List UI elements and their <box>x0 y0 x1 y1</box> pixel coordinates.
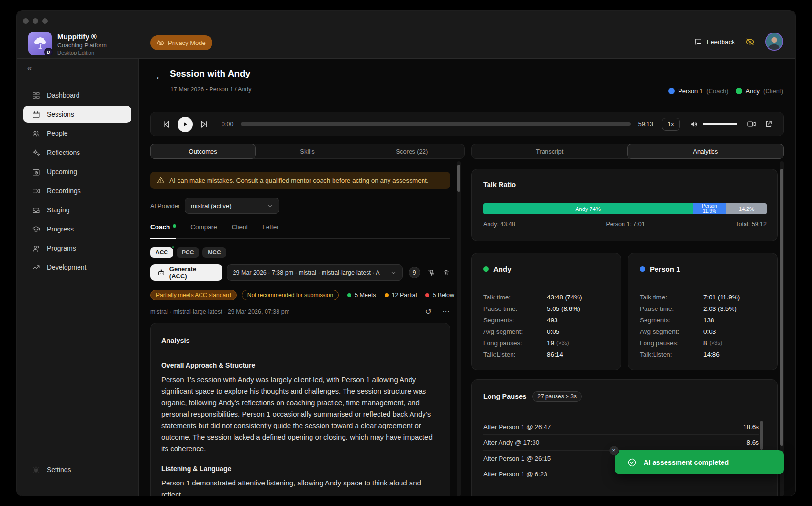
level-chips: ACC PCC MCC <box>150 247 226 258</box>
feedback-label: Feedback <box>707 38 735 45</box>
tab-scores[interactable]: Scores (22) <box>360 144 464 158</box>
right-panel-scrollbar[interactable] <box>780 161 784 496</box>
talk-segment-silence: 14.2% <box>726 203 767 214</box>
pause-list-scrollbar[interactable] <box>760 421 763 450</box>
ai-provider-select[interactable]: mistral (active) <box>185 198 279 214</box>
speaker-name: Person 1 <box>650 265 680 273</box>
chat-bubble-icon <box>694 38 702 46</box>
chevron-down-icon <box>390 270 397 276</box>
user-avatar[interactable] <box>765 33 783 51</box>
playback-speed-button[interactable]: 1x <box>662 118 680 131</box>
run-select[interactable]: 29 Mar 2026 · 7:38 pm · mistral · mistra… <box>227 264 403 281</box>
talk-ratio-title: Talk Ratio <box>483 181 766 188</box>
refresh-button[interactable]: ↺ <box>425 307 432 316</box>
sidebar-item-development[interactable]: Development <box>23 259 131 276</box>
sidebar-collapse-button[interactable]: « <box>27 64 32 73</box>
seek-bar[interactable] <box>241 122 630 126</box>
video-camera-icon <box>747 120 756 129</box>
sidebar-item-dashboard[interactable]: Dashboard <box>23 87 131 104</box>
page-title: Session with Andy <box>170 68 250 79</box>
talk-ratio-footer: Andy: 43:48 Person 1: 7:01 Total: 59:12 <box>483 221 767 228</box>
below-count: 5 Below <box>425 292 454 298</box>
run-count-badge: 9 <box>409 267 420 278</box>
analysis-title: Analysis <box>161 337 439 344</box>
back-button[interactable]: ← <box>155 71 165 82</box>
volume-slider[interactable] <box>703 123 737 125</box>
duration: 59:13 <box>638 121 653 128</box>
window-zoom-icon[interactable] <box>42 18 48 24</box>
privacy-mode-badge[interactable]: Privacy Mode <box>150 35 212 50</box>
sidebar-item-reflections[interactable]: Reflections <box>23 144 131 161</box>
tab-analytics[interactable]: Analytics <box>627 144 784 159</box>
play-button[interactable] <box>178 117 193 132</box>
sidebar: « Dashboard Sessions People Reflections … <box>17 59 139 496</box>
tab-skills[interactable]: Skills <box>255 144 359 158</box>
eye-off-icon <box>745 37 755 46</box>
volume-button[interactable] <box>690 120 698 129</box>
warning-icon <box>157 176 165 184</box>
talk-ratio-card: Talk Ratio Andy 74% Person 11.9% 14.2% A… <box>471 169 778 241</box>
gear-icon <box>32 466 40 474</box>
dashboard-icon <box>32 91 40 99</box>
sidebar-item-progress[interactable]: Progress <box>23 220 131 238</box>
pause-row[interactable]: After Andy @ 17:308.6s <box>483 435 759 451</box>
tab-outcomes[interactable]: Outcomes <box>150 144 256 159</box>
sidebar-item-settings[interactable]: Settings <box>23 461 131 478</box>
external-link-icon <box>765 120 773 128</box>
report-tab-compare[interactable]: Compare <box>190 220 217 238</box>
chip-mcc[interactable]: MCC <box>202 247 226 258</box>
sidebar-item-programs[interactable]: Programs <box>23 240 131 257</box>
analysis-card: Analysis Overall Approach & Structure Pe… <box>150 323 450 496</box>
ai-warning-text: AI can make mistakes. Consult a qualifie… <box>169 177 429 184</box>
skip-forward-button[interactable] <box>200 120 209 129</box>
ai-provider-label: AI Provider <box>150 203 180 209</box>
report-tabs: Coach Compare Client Letter <box>150 220 450 239</box>
sidebar-item-staging[interactable]: Staging <box>23 201 131 219</box>
sidebar-item-people[interactable]: People <box>23 125 131 142</box>
partial-dot <box>385 293 389 297</box>
logo-badge: D <box>44 48 53 56</box>
meets-dot <box>347 293 351 297</box>
right-tab-group: Transcript Analytics <box>471 144 784 159</box>
window-minimize-icon[interactable] <box>33 18 38 24</box>
pause-row[interactable]: After Person 1 @ 26:4718.6s <box>483 419 759 435</box>
chip-pcc[interactable]: PCC <box>177 247 199 258</box>
talk-total-all: Total: 59:12 <box>735 221 767 228</box>
privacy-mode-label: Privacy Mode <box>168 39 206 46</box>
recommendation-badge: Not recommended for submission <box>242 290 339 300</box>
skip-back-button[interactable] <box>161 120 171 129</box>
andy-dot <box>736 88 742 94</box>
sidebar-item-sessions[interactable]: Sessions <box>23 106 131 123</box>
window-close-icon[interactable] <box>23 18 29 24</box>
generate-button[interactable]: Generate (ACC) <box>150 264 222 281</box>
window-controls[interactable] <box>23 18 48 24</box>
chip-acc[interactable]: ACC <box>150 247 173 258</box>
toast-close-button[interactable]: × <box>609 445 619 456</box>
sidebar-item-recordings[interactable]: Recordings <box>23 182 131 199</box>
long-pauses-count-badge: 27 pauses > 3s <box>532 391 582 402</box>
check-circle-icon <box>627 458 637 467</box>
report-tab-coach[interactable]: Coach <box>150 220 176 239</box>
talk-ratio-bar: Andy 74% Person 11.9% 14.2% <box>483 203 767 214</box>
main-content: ← Session with Andy 17 Mar 2026 - Person… <box>139 59 795 496</box>
tab-transcript[interactable]: Transcript <box>472 144 628 158</box>
video-toggle-button[interactable] <box>747 120 756 129</box>
hide-names-toggle[interactable] <box>745 37 755 46</box>
report-tab-client[interactable]: Client <box>232 220 248 238</box>
app-edition: Desktop Edition <box>57 50 107 55</box>
play-icon <box>182 121 189 128</box>
open-external-button[interactable] <box>765 120 773 128</box>
app-title: Muppitify ® <box>57 33 107 41</box>
left-panel-scrollbar[interactable] <box>457 161 461 496</box>
sidebar-item-upcoming[interactable]: Upcoming <box>23 163 131 180</box>
feedback-button[interactable]: Feedback <box>694 38 735 46</box>
ai-warning-banner: AI can make mistakes. Consult a qualifie… <box>150 172 450 189</box>
report-tab-letter[interactable]: Letter <box>262 220 279 238</box>
unpin-button[interactable] <box>427 269 435 277</box>
audio-player: 0:00 59:13 1x <box>150 112 784 136</box>
delete-run-button[interactable] <box>443 269 450 276</box>
more-options-button[interactable]: ⋯ <box>442 307 450 316</box>
talk-total-person1: Person 1: 7:01 <box>606 221 645 228</box>
skip-back-icon <box>161 120 171 129</box>
run-meta-row: mistral · mistral-large-latest · 29 Mar … <box>150 307 450 316</box>
